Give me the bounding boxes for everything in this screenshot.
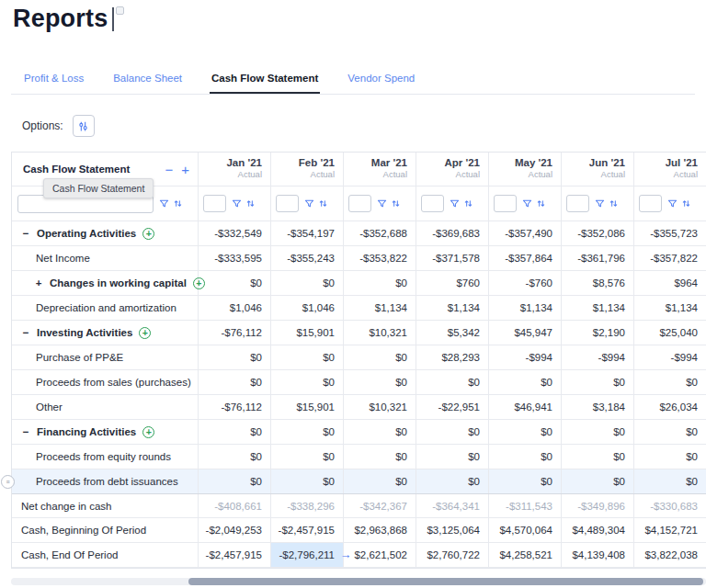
value-cell[interactable]: -$2,796,211 <box>271 543 344 567</box>
value-cell[interactable]: -$2,457,915 <box>199 543 271 567</box>
filter-funnel-icon[interactable] <box>595 198 605 209</box>
value-cell[interactable]: $0 <box>416 370 489 394</box>
value-cell[interactable]: -$311,543 <box>489 494 562 517</box>
options-settings-button[interactable] <box>73 115 95 137</box>
row-label-cell[interactable]: Depreciation and amortization <box>12 296 199 320</box>
row-drag-handle-icon[interactable]: ≡ <box>1 475 15 489</box>
row-label-cell[interactable]: Cash, Beginning Of Period <box>12 518 199 542</box>
value-cell[interactable]: -$361,796 <box>562 246 634 270</box>
value-cell[interactable]: -$357,490 <box>489 221 562 245</box>
row-label-cell[interactable]: Proceeds from equity rounds <box>12 445 199 469</box>
value-cell[interactable]: -$357,822 <box>634 246 706 270</box>
value-cell[interactable]: $0 <box>489 420 562 444</box>
filter-funnel-icon[interactable] <box>667 198 678 209</box>
sort-icon[interactable] <box>681 198 691 209</box>
value-cell[interactable]: $3,822,038 <box>634 543 706 567</box>
value-cell[interactable]: -$333,595 <box>199 246 271 270</box>
value-cell[interactable]: $0 <box>562 370 634 394</box>
value-cell[interactable]: $0 <box>416 469 489 493</box>
value-cell[interactable]: $25,040 <box>634 321 706 345</box>
tab-cash-flow-statement[interactable]: Cash Flow Statement <box>210 62 320 94</box>
sort-icon[interactable] <box>609 198 619 209</box>
value-cell[interactable]: -$408,661 <box>199 494 271 517</box>
value-cell[interactable]: $0 <box>271 469 344 493</box>
column-header-1[interactable]: Jan '21Actual <box>199 153 271 186</box>
value-cell[interactable]: $0 <box>562 469 634 493</box>
value-cell[interactable]: $0 <box>271 370 344 394</box>
value-cell[interactable]: $0 <box>271 420 344 444</box>
value-cell[interactable]: $0 <box>199 370 271 394</box>
tab-balance-sheet[interactable]: Balance Sheet <box>111 62 184 94</box>
value-cell[interactable]: $8,576 <box>562 271 634 295</box>
value-cell[interactable]: -$994 <box>634 345 706 369</box>
value-cell[interactable]: $2,760,722 <box>416 543 489 567</box>
value-cell[interactable]: $10,321 <box>344 321 416 345</box>
value-cell[interactable]: -$352,688 <box>344 221 416 245</box>
sort-icon[interactable] <box>173 198 183 209</box>
value-cell[interactable]: $10,321 <box>344 395 416 419</box>
value-cell[interactable]: -$353,822 <box>344 246 416 270</box>
value-cell[interactable]: -$994 <box>489 345 562 369</box>
filter-funnel-icon[interactable] <box>522 198 532 209</box>
column-filter-input[interactable] <box>494 195 517 212</box>
value-cell[interactable]: $0 <box>416 420 489 444</box>
value-cell[interactable]: -$355,243 <box>271 246 344 270</box>
filter-funnel-icon[interactable] <box>377 198 387 209</box>
value-cell[interactable]: $4,139,408 <box>562 543 634 567</box>
value-cell[interactable]: $0 <box>634 370 706 394</box>
value-cell[interactable]: -$342,367 <box>344 494 416 517</box>
value-cell[interactable]: $0 <box>199 271 271 295</box>
row-label-cell[interactable]: Proceeds from sales (purchases) <box>12 370 199 394</box>
value-cell[interactable]: $0 <box>199 445 271 469</box>
sort-icon[interactable] <box>318 198 328 209</box>
value-cell[interactable]: -$338,296 <box>271 494 344 517</box>
value-cell[interactable]: -$76,112 <box>199 395 271 419</box>
collapse-icon[interactable]: − <box>21 426 30 437</box>
column-filter-input[interactable] <box>639 195 662 212</box>
row-label-cell[interactable]: −Financing Activities+ <box>12 420 199 444</box>
value-cell[interactable]: $964 <box>634 271 706 295</box>
value-cell[interactable]: $1,134 <box>416 296 489 320</box>
filter-funnel-icon[interactable] <box>450 198 460 209</box>
row-label-cell[interactable]: Other <box>12 395 199 419</box>
value-cell[interactable]: -$354,197 <box>271 221 344 245</box>
row-label-cell[interactable]: Net change in cash <box>12 494 199 517</box>
sort-icon[interactable] <box>391 198 401 209</box>
value-cell[interactable]: $0 <box>634 469 706 493</box>
value-cell[interactable]: $2,190 <box>562 321 634 345</box>
row-label-cell[interactable]: Net Income <box>12 246 199 270</box>
row-label-cell[interactable]: Cash, End Of Period <box>12 543 199 567</box>
value-cell[interactable]: $0 <box>634 445 706 469</box>
value-cell[interactable]: -$22,951 <box>416 395 489 419</box>
row-label-cell[interactable]: Proceeds from debt issuances <box>12 469 199 493</box>
value-cell[interactable]: $0 <box>344 370 416 394</box>
value-cell[interactable]: $3,125,064 <box>416 518 489 542</box>
value-cell[interactable]: $0 <box>344 271 416 295</box>
value-cell[interactable]: -$2,049,253 <box>199 518 271 542</box>
value-cell[interactable]: $1,046 <box>271 296 344 320</box>
value-cell[interactable]: $0 <box>562 420 634 444</box>
sort-icon[interactable] <box>536 198 546 209</box>
value-cell[interactable]: $0 <box>344 445 416 469</box>
tab-profit-and-loss[interactable]: Profit & Loss <box>22 62 85 94</box>
column-header-3[interactable]: Mar '21Actual <box>344 153 416 186</box>
column-filter-input[interactable] <box>276 195 299 212</box>
column-filter-input[interactable] <box>421 195 444 212</box>
collapse-icon[interactable]: − <box>21 228 30 239</box>
value-cell[interactable]: $0 <box>344 420 416 444</box>
value-cell[interactable]: $1,134 <box>562 296 634 320</box>
value-cell[interactable]: $1,134 <box>489 296 562 320</box>
value-cell[interactable]: $4,489,304 <box>562 518 634 542</box>
value-cell[interactable]: $46,941 <box>489 395 562 419</box>
collapse-icon[interactable]: − <box>21 327 30 338</box>
value-cell[interactable]: $2,963,868 <box>344 518 416 542</box>
column-filter-input[interactable] <box>203 195 226 212</box>
value-cell[interactable]: $28,293 <box>416 345 489 369</box>
value-cell[interactable]: -$369,683 <box>416 221 489 245</box>
row-label-cell[interactable]: −Operating Activities+ <box>12 221 199 245</box>
add-line-icon[interactable]: + <box>139 327 151 339</box>
expand-icon[interactable]: + <box>34 277 43 288</box>
value-cell[interactable]: $0 <box>634 420 706 444</box>
value-cell[interactable]: $0 <box>489 445 562 469</box>
value-cell[interactable]: →$2,621,502 <box>344 543 416 567</box>
